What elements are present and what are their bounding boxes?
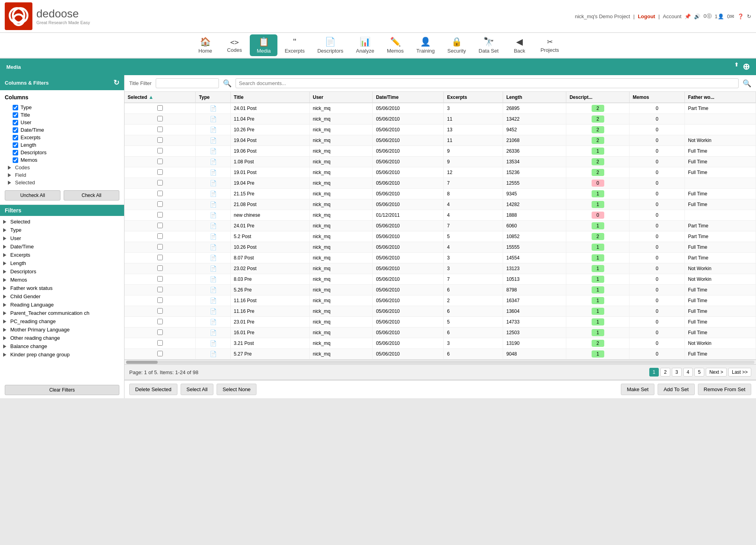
col-datetime-checkbox[interactable] — [13, 127, 18, 133]
row-checkbox-12[interactable] — [157, 233, 163, 239]
help-icon[interactable]: ❓ — [737, 13, 744, 19]
row-checkbox-22[interactable] — [157, 340, 163, 346]
row-checkbox-16[interactable] — [157, 276, 163, 282]
col-length-checkbox[interactable] — [13, 142, 18, 148]
filter-item-kinder-prep-change-group[interactable]: Kinder prep change group — [0, 350, 124, 359]
th-type[interactable]: Type — [196, 92, 230, 103]
col-group-field[interactable]: Field — [5, 171, 119, 179]
page-4-button[interactable]: 4 — [683, 368, 693, 377]
col-group-codes[interactable]: Codes — [5, 164, 119, 171]
row-checkbox-0[interactable] — [157, 105, 163, 111]
row-checkbox-11[interactable] — [157, 223, 163, 228]
row-checkbox-14[interactable] — [157, 255, 163, 260]
filter-item-length[interactable]: Length — [0, 259, 124, 267]
filter-item-father-work-status[interactable]: Father work status — [0, 284, 124, 292]
th-title[interactable]: Title — [230, 92, 309, 103]
col-memos-checkbox[interactable] — [13, 157, 18, 163]
row-checkbox-13[interactable] — [157, 244, 163, 250]
horizontal-scrollbar[interactable] — [124, 360, 756, 364]
nav-home[interactable]: 🏠 Home — [191, 34, 219, 56]
filter-item-date/time[interactable]: Date/Time — [0, 242, 124, 251]
refresh-icon[interactable]: ↻ — [747, 13, 751, 19]
filter-item-descriptors[interactable]: Descriptors — [0, 267, 124, 276]
row-checkbox-20[interactable] — [157, 319, 163, 324]
col-excerpts-checkbox[interactable] — [13, 135, 18, 140]
th-user[interactable]: User — [309, 92, 373, 103]
th-memos[interactable]: Memos — [630, 92, 685, 103]
select-all-button[interactable]: Select All — [181, 384, 213, 395]
nav-descriptors[interactable]: 📄 Descriptors — [312, 34, 349, 56]
page-2-button[interactable]: 2 — [660, 368, 670, 377]
row-checkbox-17[interactable] — [157, 287, 163, 292]
filter-item-user[interactable]: User — [0, 234, 124, 242]
clear-filters-button[interactable]: Clear Filters — [5, 385, 119, 395]
nav-back[interactable]: ◀ Back — [506, 34, 534, 56]
filter-item-pc_reading-change[interactable]: PC_reading change — [0, 317, 124, 325]
page-1-button[interactable]: 1 — [649, 368, 659, 377]
filter-item-mother-primary-language[interactable]: Mother Primary Language — [0, 325, 124, 334]
nav-training[interactable]: 👤 Training — [411, 34, 440, 56]
col-user-checkbox[interactable] — [13, 120, 18, 125]
row-checkbox-3[interactable] — [157, 137, 163, 143]
row-checkbox-15[interactable] — [157, 265, 163, 271]
delete-selected-button[interactable]: Delete Selected — [129, 384, 177, 395]
th-length[interactable]: Length — [503, 92, 566, 103]
filter-item-type[interactable]: Type — [0, 226, 124, 234]
filter-item-child-gender[interactable]: Child Gender — [0, 292, 124, 301]
speaker-icon[interactable]: 🔊 — [694, 13, 700, 19]
nav-excerpts[interactable]: " Excerpts — [279, 34, 310, 56]
col-title-checkbox[interactable] — [13, 112, 18, 118]
filter-item-excerpts[interactable]: Excerpts — [0, 251, 124, 259]
th-father[interactable]: Father wo... — [685, 92, 756, 103]
nav-analyze[interactable]: 📊 Analyze — [351, 34, 380, 56]
search-icon[interactable]: 🔍 — [223, 79, 232, 88]
row-checkbox-8[interactable] — [157, 191, 163, 196]
nav-media[interactable]: 📋 Media — [250, 34, 277, 56]
row-checkbox-21[interactable] — [157, 329, 163, 335]
row-checkbox-5[interactable] — [157, 159, 163, 164]
search-docs-input[interactable] — [236, 78, 739, 88]
title-filter-input[interactable] — [156, 78, 219, 88]
row-checkbox-19[interactable] — [157, 308, 163, 314]
row-checkbox-7[interactable] — [157, 180, 163, 185]
filter-item-memos[interactable]: Memos — [0, 276, 124, 284]
col-type-checkbox[interactable] — [13, 105, 18, 110]
make-set-button[interactable]: Make Set — [621, 384, 654, 395]
col-group-selected[interactable]: Selected — [5, 179, 119, 186]
row-checkbox-9[interactable] — [157, 201, 163, 207]
row-checkbox-10[interactable] — [157, 212, 163, 218]
nav-projects[interactable]: ✂ Projects — [535, 35, 565, 55]
columns-refresh-icon[interactable]: ↻ — [113, 78, 119, 87]
row-checkbox-1[interactable] — [157, 116, 163, 121]
remove-from-set-button[interactable]: Remove From Set — [698, 384, 751, 395]
page-3-button[interactable]: 3 — [672, 368, 682, 377]
select-none-button[interactable]: Select None — [217, 384, 256, 395]
row-checkbox-4[interactable] — [157, 148, 163, 153]
mail-icon[interactable]: 0✉ — [727, 13, 734, 19]
page-5-button[interactable]: 5 — [694, 368, 704, 377]
th-excerpts[interactable]: Excerpts — [444, 92, 503, 103]
next-page-button[interactable]: Next > — [706, 368, 727, 377]
filter-item-other-reading-change[interactable]: Other reading change — [0, 334, 124, 342]
filter-item-selected[interactable]: Selected — [0, 218, 124, 226]
uncheck-all-button[interactable]: Uncheck All — [5, 190, 60, 201]
scrollbar-thumb[interactable] — [126, 361, 158, 364]
th-selected[interactable]: Selected ▲ — [124, 92, 196, 103]
account-link[interactable]: Account — [663, 13, 681, 19]
nav-security[interactable]: 🔒 Security — [442, 34, 471, 56]
row-checkbox-23[interactable] — [157, 351, 163, 356]
row-checkbox-18[interactable] — [157, 297, 163, 303]
check-all-button[interactable]: Check All — [64, 190, 119, 201]
row-checkbox-2[interactable] — [157, 127, 163, 132]
upload-icon[interactable]: ⬆ — [734, 62, 739, 72]
search-right-icon[interactable]: 🔍 — [743, 79, 751, 88]
add-to-set-button[interactable]: Add To Set — [658, 384, 694, 395]
pin-icon[interactable]: 📌 — [684, 13, 691, 19]
nav-codes[interactable]: <> Codes — [221, 36, 248, 55]
last-page-button[interactable]: Last >> — [728, 368, 751, 377]
row-checkbox-6[interactable] — [157, 169, 163, 175]
filter-item-balance-change[interactable]: Balance change — [0, 342, 124, 350]
add-media-icon[interactable]: ⊕ — [743, 62, 750, 72]
filter-item-reading-language[interactable]: Reading Language — [0, 301, 124, 309]
col-descriptors-checkbox[interactable] — [13, 150, 18, 155]
